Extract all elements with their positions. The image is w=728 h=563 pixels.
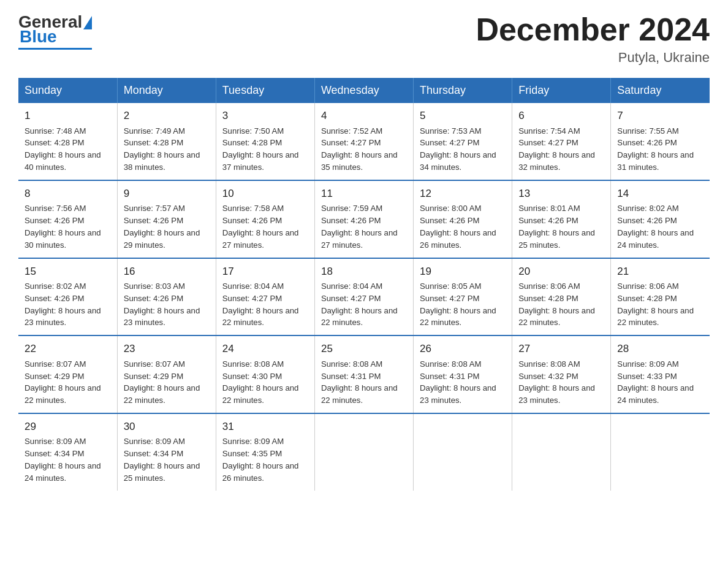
logo-triangle-icon — [83, 16, 92, 29]
calendar-cell: 7 Sunrise: 7:55 AMSunset: 4:26 PMDayligh… — [611, 103, 710, 180]
day-number: 15 — [25, 264, 111, 280]
day-number: 11 — [321, 186, 407, 202]
calendar-cell: 18 Sunrise: 8:04 AMSunset: 4:27 PMDaylig… — [314, 258, 413, 336]
day-info: Sunrise: 7:56 AMSunset: 4:26 PMDaylight:… — [25, 202, 111, 251]
calendar-cell: 23 Sunrise: 8:07 AMSunset: 4:29 PMDaylig… — [117, 335, 216, 413]
day-number: 17 — [222, 264, 308, 280]
day-number: 9 — [124, 186, 210, 202]
weekday-header-row: SundayMondayTuesdayWednesdayThursdayFrid… — [18, 78, 710, 103]
day-info: Sunrise: 8:09 AMSunset: 4:34 PMDaylight:… — [25, 435, 111, 484]
calendar-cell: 8 Sunrise: 7:56 AMSunset: 4:26 PMDayligh… — [18, 180, 117, 258]
weekday-header-friday: Friday — [512, 78, 611, 103]
day-info: Sunrise: 8:07 AMSunset: 4:29 PMDaylight:… — [124, 358, 210, 407]
day-info: Sunrise: 8:09 AMSunset: 4:35 PMDaylight:… — [222, 435, 308, 484]
weekday-header-monday: Monday — [117, 78, 216, 103]
day-info: Sunrise: 8:08 AMSunset: 4:31 PMDaylight:… — [321, 358, 407, 407]
weekday-header-wednesday: Wednesday — [314, 78, 413, 103]
calendar-cell: 10 Sunrise: 7:58 AMSunset: 4:26 PMDaylig… — [216, 180, 314, 258]
day-number: 20 — [518, 264, 604, 280]
calendar-cell — [414, 413, 512, 491]
day-info: Sunrise: 8:07 AMSunset: 4:29 PMDaylight:… — [25, 358, 111, 407]
weekday-header-tuesday: Tuesday — [216, 78, 314, 103]
day-number: 4 — [321, 108, 407, 124]
day-number: 26 — [420, 341, 506, 357]
day-number: 18 — [321, 264, 407, 280]
day-number: 8 — [25, 186, 111, 202]
day-info: Sunrise: 8:02 AMSunset: 4:26 PMDaylight:… — [25, 280, 111, 329]
calendar-subtitle: Putyla, Ukraine — [476, 50, 710, 66]
calendar-cell: 2 Sunrise: 7:49 AMSunset: 4:28 PMDayligh… — [117, 103, 216, 180]
logo: General Blue — [18, 12, 92, 50]
calendar-cell: 12 Sunrise: 8:00 AMSunset: 4:26 PMDaylig… — [414, 180, 512, 258]
day-info: Sunrise: 7:49 AMSunset: 4:28 PMDaylight:… — [124, 125, 210, 174]
day-info: Sunrise: 8:08 AMSunset: 4:30 PMDaylight:… — [222, 358, 308, 407]
calendar-cell: 31 Sunrise: 8:09 AMSunset: 4:35 PMDaylig… — [216, 413, 314, 491]
calendar-week-row: 15 Sunrise: 8:02 AMSunset: 4:26 PMDaylig… — [18, 258, 710, 336]
day-info: Sunrise: 7:58 AMSunset: 4:26 PMDaylight:… — [222, 202, 308, 251]
calendar-cell: 25 Sunrise: 8:08 AMSunset: 4:31 PMDaylig… — [314, 335, 413, 413]
calendar-cell: 26 Sunrise: 8:08 AMSunset: 4:31 PMDaylig… — [414, 335, 512, 413]
day-info: Sunrise: 8:09 AMSunset: 4:33 PMDaylight:… — [617, 358, 703, 407]
day-info: Sunrise: 8:06 AMSunset: 4:28 PMDaylight:… — [518, 280, 604, 329]
calendar-cell: 15 Sunrise: 8:02 AMSunset: 4:26 PMDaylig… — [18, 258, 117, 336]
day-info: Sunrise: 8:00 AMSunset: 4:26 PMDaylight:… — [420, 202, 506, 251]
calendar-cell: 13 Sunrise: 8:01 AMSunset: 4:26 PMDaylig… — [512, 180, 611, 258]
calendar-title: December 2024 — [476, 12, 710, 47]
calendar-cell: 28 Sunrise: 8:09 AMSunset: 4:33 PMDaylig… — [611, 335, 710, 413]
calendar-cell — [314, 413, 413, 491]
calendar-table: SundayMondayTuesdayWednesdayThursdayFrid… — [18, 78, 710, 490]
day-number: 6 — [518, 108, 604, 124]
day-info: Sunrise: 8:05 AMSunset: 4:27 PMDaylight:… — [420, 280, 506, 329]
calendar-cell: 29 Sunrise: 8:09 AMSunset: 4:34 PMDaylig… — [18, 413, 117, 491]
calendar-cell — [512, 413, 611, 491]
calendar-cell: 11 Sunrise: 7:59 AMSunset: 4:26 PMDaylig… — [314, 180, 413, 258]
day-info: Sunrise: 7:48 AMSunset: 4:28 PMDaylight:… — [25, 125, 111, 174]
calendar-cell — [611, 413, 710, 491]
day-info: Sunrise: 7:55 AMSunset: 4:26 PMDaylight:… — [617, 125, 703, 174]
day-info: Sunrise: 7:50 AMSunset: 4:28 PMDaylight:… — [222, 125, 308, 174]
day-info: Sunrise: 7:52 AMSunset: 4:27 PMDaylight:… — [321, 125, 407, 174]
weekday-header-saturday: Saturday — [611, 78, 710, 103]
day-info: Sunrise: 7:57 AMSunset: 4:26 PMDaylight:… — [124, 202, 210, 251]
calendar-week-row: 29 Sunrise: 8:09 AMSunset: 4:34 PMDaylig… — [18, 413, 710, 491]
day-number: 29 — [25, 419, 111, 435]
day-number: 22 — [25, 341, 111, 357]
day-info: Sunrise: 8:03 AMSunset: 4:26 PMDaylight:… — [124, 280, 210, 329]
calendar-week-row: 8 Sunrise: 7:56 AMSunset: 4:26 PMDayligh… — [18, 180, 710, 258]
calendar-cell: 27 Sunrise: 8:08 AMSunset: 4:32 PMDaylig… — [512, 335, 611, 413]
day-number: 30 — [124, 419, 210, 435]
calendar-cell: 24 Sunrise: 8:08 AMSunset: 4:30 PMDaylig… — [216, 335, 314, 413]
day-number: 24 — [222, 341, 308, 357]
calendar-cell: 4 Sunrise: 7:52 AMSunset: 4:27 PMDayligh… — [314, 103, 413, 180]
day-number: 5 — [420, 108, 506, 124]
day-info: Sunrise: 8:04 AMSunset: 4:27 PMDaylight:… — [321, 280, 407, 329]
day-number: 13 — [518, 186, 604, 202]
calendar-week-row: 22 Sunrise: 8:07 AMSunset: 4:29 PMDaylig… — [18, 335, 710, 413]
calendar-week-row: 1 Sunrise: 7:48 AMSunset: 4:28 PMDayligh… — [18, 103, 710, 180]
day-info: Sunrise: 8:02 AMSunset: 4:26 PMDaylight:… — [617, 202, 703, 251]
calendar-cell: 21 Sunrise: 8:06 AMSunset: 4:28 PMDaylig… — [611, 258, 710, 336]
weekday-header-sunday: Sunday — [18, 78, 117, 103]
day-info: Sunrise: 8:09 AMSunset: 4:34 PMDaylight:… — [124, 435, 210, 484]
page-header: General Blue December 2024 Putyla, Ukrai… — [18, 12, 710, 66]
calendar-cell: 22 Sunrise: 8:07 AMSunset: 4:29 PMDaylig… — [18, 335, 117, 413]
calendar-cell: 9 Sunrise: 7:57 AMSunset: 4:26 PMDayligh… — [117, 180, 216, 258]
day-info: Sunrise: 8:06 AMSunset: 4:28 PMDaylight:… — [617, 280, 703, 329]
weekday-header-thursday: Thursday — [414, 78, 512, 103]
day-number: 16 — [124, 264, 210, 280]
calendar-cell: 1 Sunrise: 7:48 AMSunset: 4:28 PMDayligh… — [18, 103, 117, 180]
day-number: 1 — [25, 108, 111, 124]
day-number: 28 — [617, 341, 703, 357]
day-number: 10 — [222, 186, 308, 202]
calendar-cell: 19 Sunrise: 8:05 AMSunset: 4:27 PMDaylig… — [414, 258, 512, 336]
calendar-cell: 20 Sunrise: 8:06 AMSunset: 4:28 PMDaylig… — [512, 258, 611, 336]
day-info: Sunrise: 8:08 AMSunset: 4:31 PMDaylight:… — [420, 358, 506, 407]
calendar-cell: 14 Sunrise: 8:02 AMSunset: 4:26 PMDaylig… — [611, 180, 710, 258]
calendar-cell: 17 Sunrise: 8:04 AMSunset: 4:27 PMDaylig… — [216, 258, 314, 336]
logo-underline — [18, 48, 92, 50]
calendar-cell: 30 Sunrise: 8:09 AMSunset: 4:34 PMDaylig… — [117, 413, 216, 491]
day-info: Sunrise: 7:54 AMSunset: 4:27 PMDaylight:… — [518, 125, 604, 174]
calendar-cell: 16 Sunrise: 8:03 AMSunset: 4:26 PMDaylig… — [117, 258, 216, 336]
day-info: Sunrise: 8:01 AMSunset: 4:26 PMDaylight:… — [518, 202, 604, 251]
day-number: 21 — [617, 264, 703, 280]
